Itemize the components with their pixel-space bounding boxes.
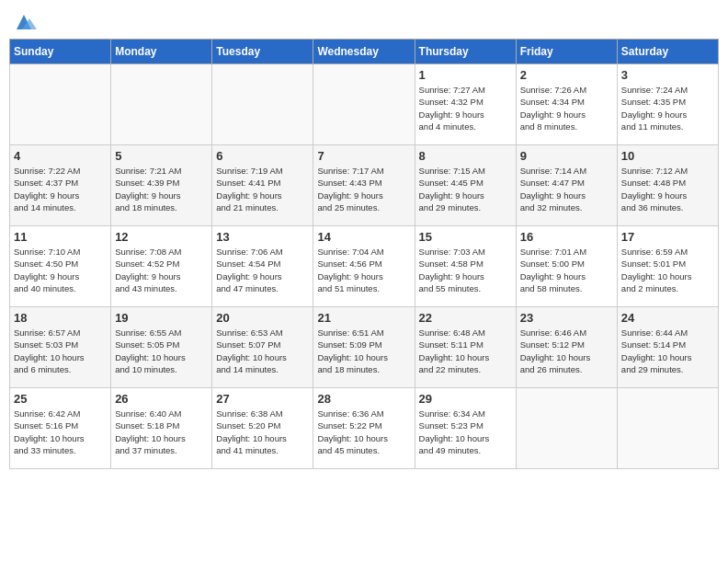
- day-number: 29: [419, 392, 512, 406]
- day-info: Sunrise: 7:26 AM Sunset: 4:34 PM Dayligh…: [520, 84, 613, 132]
- calendar-cell: 3Sunrise: 7:24 AM Sunset: 4:35 PM Daylig…: [617, 64, 718, 145]
- calendar-cell: 13Sunrise: 7:06 AM Sunset: 4:54 PM Dayli…: [212, 226, 313, 307]
- calendar-cell: 1Sunrise: 7:27 AM Sunset: 4:32 PM Daylig…: [415, 64, 516, 145]
- day-info: Sunrise: 7:08 AM Sunset: 4:52 PM Dayligh…: [115, 246, 208, 294]
- day-info: Sunrise: 7:27 AM Sunset: 4:32 PM Dayligh…: [419, 84, 512, 132]
- weekday-header-cell: Thursday: [415, 40, 516, 64]
- day-number: 5: [115, 149, 208, 163]
- day-number: 9: [520, 149, 613, 163]
- day-number: 2: [520, 68, 613, 82]
- day-number: 8: [419, 149, 512, 163]
- calendar-cell: [10, 64, 111, 145]
- calendar-cell: 6Sunrise: 7:19 AM Sunset: 4:41 PM Daylig…: [212, 145, 313, 226]
- calendar-cell: 17Sunrise: 6:59 AM Sunset: 5:01 PM Dayli…: [617, 226, 718, 307]
- day-info: Sunrise: 7:24 AM Sunset: 4:35 PM Dayligh…: [621, 84, 714, 132]
- calendar-week-row: 1Sunrise: 7:27 AM Sunset: 4:32 PM Daylig…: [10, 64, 719, 145]
- calendar-cell: 26Sunrise: 6:40 AM Sunset: 5:18 PM Dayli…: [111, 388, 212, 469]
- day-number: 10: [621, 149, 714, 163]
- page-header: [9, 9, 719, 33]
- day-number: 1: [419, 68, 512, 82]
- weekday-header-cell: Wednesday: [313, 40, 415, 64]
- calendar-cell: 12Sunrise: 7:08 AM Sunset: 4:52 PM Dayli…: [111, 226, 212, 307]
- day-info: Sunrise: 6:42 AM Sunset: 5:16 PM Dayligh…: [14, 408, 107, 456]
- weekday-header-cell: Tuesday: [212, 40, 313, 64]
- calendar-cell: 23Sunrise: 6:46 AM Sunset: 5:12 PM Dayli…: [516, 307, 617, 388]
- calendar-cell: [212, 64, 313, 145]
- weekday-header-cell: Saturday: [617, 40, 718, 64]
- calendar-cell: 28Sunrise: 6:36 AM Sunset: 5:22 PM Dayli…: [313, 388, 415, 469]
- day-info: Sunrise: 6:38 AM Sunset: 5:20 PM Dayligh…: [216, 408, 309, 456]
- day-info: Sunrise: 7:10 AM Sunset: 4:50 PM Dayligh…: [14, 246, 107, 294]
- day-info: Sunrise: 7:06 AM Sunset: 4:54 PM Dayligh…: [216, 246, 309, 294]
- day-number: 15: [419, 230, 512, 244]
- day-info: Sunrise: 6:51 AM Sunset: 5:09 PM Dayligh…: [317, 327, 410, 375]
- day-number: 14: [317, 230, 410, 244]
- day-info: Sunrise: 7:04 AM Sunset: 4:56 PM Dayligh…: [317, 246, 410, 294]
- calendar-cell: [617, 388, 718, 469]
- day-info: Sunrise: 7:12 AM Sunset: 4:48 PM Dayligh…: [621, 165, 714, 213]
- calendar-week-row: 25Sunrise: 6:42 AM Sunset: 5:16 PM Dayli…: [10, 388, 719, 469]
- day-number: 23: [520, 311, 613, 325]
- day-number: 4: [14, 149, 107, 163]
- calendar-cell: 10Sunrise: 7:12 AM Sunset: 4:48 PM Dayli…: [617, 145, 718, 226]
- calendar-cell: 27Sunrise: 6:38 AM Sunset: 5:20 PM Dayli…: [212, 388, 313, 469]
- calendar-cell: 4Sunrise: 7:22 AM Sunset: 4:37 PM Daylig…: [10, 145, 111, 226]
- day-info: Sunrise: 7:22 AM Sunset: 4:37 PM Dayligh…: [14, 165, 107, 213]
- calendar-cell: 14Sunrise: 7:04 AM Sunset: 4:56 PM Dayli…: [313, 226, 415, 307]
- logo: [9, 13, 37, 33]
- day-info: Sunrise: 6:40 AM Sunset: 5:18 PM Dayligh…: [115, 408, 208, 456]
- weekday-header-cell: Friday: [516, 40, 617, 64]
- day-number: 28: [317, 392, 410, 406]
- day-info: Sunrise: 6:34 AM Sunset: 5:23 PM Dayligh…: [419, 408, 512, 456]
- weekday-header-cell: Sunday: [10, 40, 111, 64]
- day-number: 7: [317, 149, 410, 163]
- calendar-body: 1Sunrise: 7:27 AM Sunset: 4:32 PM Daylig…: [10, 64, 719, 469]
- day-info: Sunrise: 7:19 AM Sunset: 4:41 PM Dayligh…: [216, 165, 309, 213]
- logo-icon: [11, 13, 37, 33]
- calendar-cell: 25Sunrise: 6:42 AM Sunset: 5:16 PM Dayli…: [10, 388, 111, 469]
- calendar-cell: 9Sunrise: 7:14 AM Sunset: 4:47 PM Daylig…: [516, 145, 617, 226]
- day-info: Sunrise: 6:48 AM Sunset: 5:11 PM Dayligh…: [419, 327, 512, 375]
- calendar-cell: [313, 64, 415, 145]
- day-info: Sunrise: 6:53 AM Sunset: 5:07 PM Dayligh…: [216, 327, 309, 375]
- day-info: Sunrise: 6:55 AM Sunset: 5:05 PM Dayligh…: [115, 327, 208, 375]
- day-number: 6: [216, 149, 309, 163]
- calendar-cell: 22Sunrise: 6:48 AM Sunset: 5:11 PM Dayli…: [415, 307, 516, 388]
- day-number: 22: [419, 311, 512, 325]
- calendar-cell: 21Sunrise: 6:51 AM Sunset: 5:09 PM Dayli…: [313, 307, 415, 388]
- day-number: 12: [115, 230, 208, 244]
- day-number: 11: [14, 230, 107, 244]
- day-number: 21: [317, 311, 410, 325]
- day-info: Sunrise: 7:15 AM Sunset: 4:45 PM Dayligh…: [419, 165, 512, 213]
- day-info: Sunrise: 6:44 AM Sunset: 5:14 PM Dayligh…: [621, 327, 714, 375]
- calendar-cell: 2Sunrise: 7:26 AM Sunset: 4:34 PM Daylig…: [516, 64, 617, 145]
- day-number: 3: [621, 68, 714, 82]
- day-info: Sunrise: 7:17 AM Sunset: 4:43 PM Dayligh…: [317, 165, 410, 213]
- day-info: Sunrise: 6:57 AM Sunset: 5:03 PM Dayligh…: [14, 327, 107, 375]
- calendar-cell: 18Sunrise: 6:57 AM Sunset: 5:03 PM Dayli…: [10, 307, 111, 388]
- day-number: 18: [14, 311, 107, 325]
- day-info: Sunrise: 7:14 AM Sunset: 4:47 PM Dayligh…: [520, 165, 613, 213]
- calendar-week-row: 18Sunrise: 6:57 AM Sunset: 5:03 PM Dayli…: [10, 307, 719, 388]
- calendar-cell: 8Sunrise: 7:15 AM Sunset: 4:45 PM Daylig…: [415, 145, 516, 226]
- calendar-cell: [516, 388, 617, 469]
- day-number: 19: [115, 311, 208, 325]
- calendar-cell: 15Sunrise: 7:03 AM Sunset: 4:58 PM Dayli…: [415, 226, 516, 307]
- day-info: Sunrise: 6:59 AM Sunset: 5:01 PM Dayligh…: [621, 246, 714, 294]
- day-info: Sunrise: 6:46 AM Sunset: 5:12 PM Dayligh…: [520, 327, 613, 375]
- day-number: 27: [216, 392, 309, 406]
- calendar-cell: [111, 64, 212, 145]
- day-number: 16: [520, 230, 613, 244]
- day-number: 25: [14, 392, 107, 406]
- calendar-cell: 11Sunrise: 7:10 AM Sunset: 4:50 PM Dayli…: [10, 226, 111, 307]
- day-info: Sunrise: 6:36 AM Sunset: 5:22 PM Dayligh…: [317, 408, 410, 456]
- day-info: Sunrise: 7:21 AM Sunset: 4:39 PM Dayligh…: [115, 165, 208, 213]
- calendar-week-row: 4Sunrise: 7:22 AM Sunset: 4:37 PM Daylig…: [10, 145, 719, 226]
- calendar-cell: 19Sunrise: 6:55 AM Sunset: 5:05 PM Dayli…: [111, 307, 212, 388]
- day-number: 17: [621, 230, 714, 244]
- calendar-table: SundayMondayTuesdayWednesdayThursdayFrid…: [9, 39, 719, 469]
- day-number: 26: [115, 392, 208, 406]
- weekday-header-row: SundayMondayTuesdayWednesdayThursdayFrid…: [10, 40, 719, 64]
- calendar-week-row: 11Sunrise: 7:10 AM Sunset: 4:50 PM Dayli…: [10, 226, 719, 307]
- calendar-cell: 29Sunrise: 6:34 AM Sunset: 5:23 PM Dayli…: [415, 388, 516, 469]
